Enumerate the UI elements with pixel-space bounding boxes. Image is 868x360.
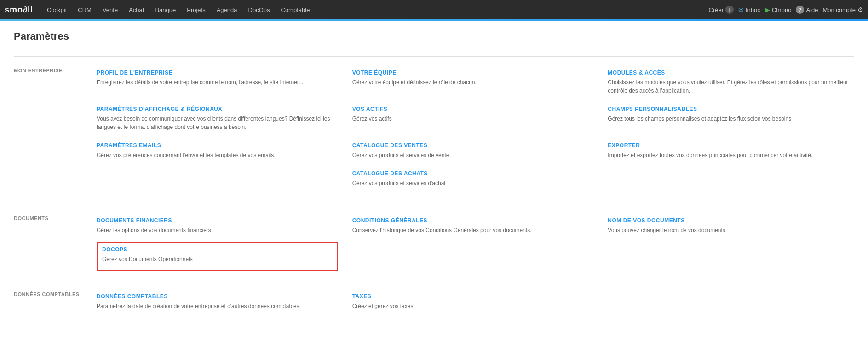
nav-menu: CockpitCRMVenteAchatBanqueProjetsAgendaD…	[42, 5, 709, 15]
settings-item-1-1[interactable]: CONDITIONS GÉNÉRALESConservez l'historiq…	[352, 214, 599, 242]
nav-item-banque[interactable]: Banque	[150, 5, 180, 15]
creer-button[interactable]: Créer +	[708, 6, 734, 14]
settings-item-0-8[interactable]: EXPORTERImportez et exportez toutes vos …	[608, 139, 854, 167]
settings-item-title-0-5[interactable]: CHAMPS PERSONNALISABLES	[608, 106, 849, 112]
section-label-0: MON ENTREPRISE	[14, 66, 97, 195]
section-content-2: DONNÉES COMPTABLESParametrez la date de …	[97, 290, 854, 318]
settings-item-title-1-0[interactable]: DOCUMENTS FINANCIERS	[97, 217, 338, 224]
nav-item-crm[interactable]: CRM	[73, 5, 96, 15]
nav-item-comptable[interactable]: Comptable	[276, 5, 315, 15]
settings-item-1-3[interactable]: DOCOPSGérez vos Documents Opérationnels	[97, 242, 338, 271]
nav-item-vente[interactable]: Vente	[98, 5, 122, 15]
settings-item-title-1-2[interactable]: NOM DE VOS DOCUMENTS	[608, 217, 849, 224]
settings-item-desc-2-1: Créez et gérez vos taxes.	[352, 302, 593, 310]
logo: smo∂ll	[5, 5, 33, 15]
main-content: Paramètres MON ENTREPRISEPROFIL DE L'ENT…	[0, 21, 868, 360]
settings-item-desc-0-0: Enregistrez les détails de votre entrepr…	[97, 78, 338, 87]
settings-item-0-2[interactable]: MODULES & ACCÈSChoisissez les modules qu…	[608, 66, 854, 102]
settings-item-0-11	[608, 167, 854, 195]
settings-item-title-0-3[interactable]: PARAMÈTRES D'AFFICHAGE & RÉGIONAUX	[97, 106, 338, 112]
settings-item-title-0-7[interactable]: CATALOGUE DES VENTES	[352, 142, 593, 149]
settings-item-desc-0-8: Importez et exportez toutes vos données …	[608, 151, 849, 159]
settings-item-desc-0-6: Gérez vos préférences concernant l'envoi…	[97, 151, 338, 159]
settings-item-title-2-0[interactable]: DONNÉES COMPTABLES	[97, 293, 338, 300]
inbox-label: Inbox	[746, 6, 760, 13]
nav-item-projets[interactable]: Projets	[182, 5, 210, 15]
settings-item-title-0-0[interactable]: PROFIL DE L'ENTREPRISE	[97, 70, 338, 76]
navbar: smo∂ll CockpitCRMVenteAchatBanqueProjets…	[0, 0, 868, 19]
settings-item-0-6[interactable]: PARAMÈTRES EMAILSGérez vos préférences c…	[97, 139, 343, 167]
settings-item-desc-1-3: Gérez vos Documents Opérationnels	[102, 255, 332, 263]
gear-icon: ⚙	[857, 6, 863, 13]
navbar-right: Créer + ✉ Inbox ▶ Chrono ? Aide Mon comp…	[708, 6, 863, 14]
nav-item-cockpit[interactable]: Cockpit	[42, 5, 71, 15]
settings-item-desc-0-3: Vous avez besoin de communiquer avec vos…	[97, 115, 338, 131]
section-content-1: DOCUMENTS FINANCIERSGérez les options de…	[97, 214, 854, 271]
settings-item-1-0[interactable]: DOCUMENTS FINANCIERSGérez les options de…	[97, 214, 343, 242]
settings-item-title-1-1[interactable]: CONDITIONS GÉNÉRALES	[352, 217, 593, 224]
settings-item-desc-1-0: Gérez les options de vos documents finan…	[97, 226, 338, 234]
nav-item-achat[interactable]: Achat	[124, 5, 149, 15]
settings-item-title-1-3[interactable]: DOCOPS	[102, 246, 332, 253]
settings-item-desc-2-0: Parametrez la date de création de votre …	[97, 302, 338, 310]
inbox-button[interactable]: ✉ Inbox	[738, 6, 760, 13]
settings-item-0-9	[97, 167, 343, 195]
mon-compte-button[interactable]: Mon compte ⚙	[822, 6, 863, 13]
settings-item-1-4	[352, 242, 599, 271]
section-2: DONNÉES COMPTABLESDONNÉES COMPTABLESPara…	[14, 280, 854, 327]
chrono-button[interactable]: ▶ Chrono	[765, 6, 792, 13]
settings-item-title-0-1[interactable]: VOTRE ÉQUIPE	[352, 70, 593, 76]
settings-item-title-0-2[interactable]: MODULES & ACCÈS	[608, 70, 849, 76]
settings-item-2-2	[608, 290, 854, 318]
settings-item-desc-0-1: Gérez votre équipe et définissez le rôle…	[352, 78, 593, 87]
settings-item-title-2-1[interactable]: TAXES	[352, 293, 593, 300]
section-label-1: DOCUMENTS	[14, 214, 97, 271]
settings-item-desc-0-4: Gérez vos actifs	[352, 115, 593, 123]
aide-label: Aide	[806, 6, 818, 13]
nav-item-docops[interactable]: DocOps	[244, 5, 275, 15]
settings-item-desc-0-2: Choisissez les modules que vous voulez u…	[608, 78, 849, 95]
inbox-icon: ✉	[738, 6, 744, 13]
section-label-2: DONNÉES COMPTABLES	[14, 290, 97, 318]
settings-item-0-5[interactable]: CHAMPS PERSONNALISABLESGérez tous les ch…	[608, 102, 854, 139]
settings-item-title-0-8[interactable]: EXPORTER	[608, 142, 849, 149]
settings-item-2-1[interactable]: TAXESCréez et gérez vos taxes.	[352, 290, 599, 318]
settings-item-2-0[interactable]: DONNÉES COMPTABLESParametrez la date de …	[97, 290, 343, 318]
settings-item-1-5	[608, 242, 854, 271]
settings-item-0-10[interactable]: CATALOGUE DES ACHATSGérez vos produits e…	[352, 167, 599, 195]
chrono-icon: ▶	[765, 6, 770, 13]
page-title: Paramètres	[14, 30, 854, 42]
settings-item-1-2[interactable]: NOM DE VOS DOCUMENTSVous pouvez changer …	[608, 214, 854, 242]
settings-item-0-3[interactable]: PARAMÈTRES D'AFFICHAGE & RÉGIONAUXVous a…	[97, 102, 343, 139]
aide-button[interactable]: ? Aide	[796, 6, 818, 14]
aide-icon: ?	[796, 6, 804, 14]
settings-item-0-7[interactable]: CATALOGUE DES VENTESGérez vos produits e…	[352, 139, 599, 167]
settings-item-desc-1-2: Vous pouvez changer le nom de vos docume…	[608, 226, 849, 234]
settings-item-desc-0-5: Gérez tous les champs personnalisés et a…	[608, 115, 849, 123]
settings-item-title-0-10[interactable]: CATALOGUE DES ACHATS	[352, 170, 593, 177]
settings-item-desc-0-7: Gérez vos produits et services de vente	[352, 151, 593, 159]
settings-item-0-1[interactable]: VOTRE ÉQUIPEGérez votre équipe et défini…	[352, 66, 599, 102]
settings-item-desc-0-10: Gérez vos produits et services d'achat	[352, 179, 593, 187]
creer-label: Créer	[708, 6, 724, 13]
settings-item-title-0-4[interactable]: VOS ACTIFS	[352, 106, 593, 112]
section-0: MON ENTREPRISEPROFIL DE L'ENTREPRISEEnre…	[14, 56, 854, 204]
sections-container: MON ENTREPRISEPROFIL DE L'ENTREPRISEEnre…	[14, 56, 854, 327]
chrono-label: Chrono	[772, 6, 792, 13]
nav-item-agenda[interactable]: Agenda	[212, 5, 242, 15]
plus-icon: +	[725, 6, 734, 14]
settings-item-title-0-6[interactable]: PARAMÈTRES EMAILS	[97, 142, 338, 149]
settings-item-0-4[interactable]: VOS ACTIFSGérez vos actifs	[352, 102, 599, 139]
section-1: DOCUMENTSDOCUMENTS FINANCIERSGérez les o…	[14, 204, 854, 280]
settings-item-0-0[interactable]: PROFIL DE L'ENTREPRISEEnregistrez les dé…	[97, 66, 343, 102]
section-content-0: PROFIL DE L'ENTREPRISEEnregistrez les dé…	[97, 66, 854, 195]
settings-item-desc-1-1: Conservez l'historique de vos Conditions…	[352, 226, 593, 234]
mon-compte-label: Mon compte	[822, 6, 856, 13]
